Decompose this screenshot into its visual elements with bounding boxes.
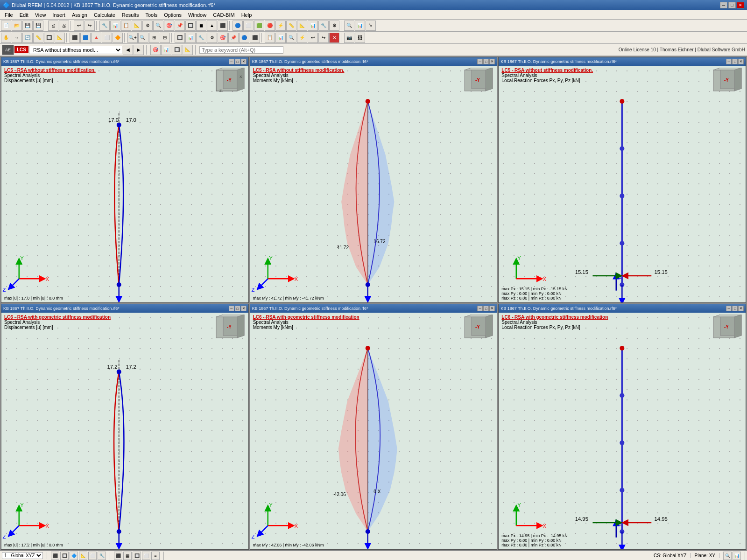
tb2-btn-15[interactable]: ⚙ bbox=[207, 33, 217, 43]
status-btn-9[interactable]: 🔲 bbox=[133, 552, 141, 560]
panel-4-maximize[interactable]: □ bbox=[235, 306, 240, 311]
menu-assign[interactable]: Assign bbox=[69, 11, 90, 19]
tb-btn-7[interactable]: 🎯 bbox=[164, 21, 174, 31]
panel-1-close[interactable]: ✕ bbox=[241, 59, 247, 64]
status-btn-8[interactable]: ▦ bbox=[123, 552, 132, 560]
menu-view[interactable]: View bbox=[32, 11, 49, 19]
menu-edit[interactable]: Edit bbox=[17, 11, 31, 19]
nav-next-button[interactable]: ▶ bbox=[134, 45, 144, 55]
menu-cad-bim[interactable]: CAD-BIM bbox=[210, 11, 237, 19]
tb2-btn-9[interactable]: 🔺 bbox=[91, 33, 101, 43]
tb2-btn-7[interactable]: ⬛ bbox=[70, 33, 80, 43]
tb2-btn-14[interactable]: 🔧 bbox=[196, 33, 206, 43]
tb-btn-5[interactable]: ⚙ bbox=[142, 21, 153, 31]
panel-2-maximize[interactable]: □ bbox=[483, 59, 489, 64]
tb2-btn-2[interactable]: ↔ bbox=[12, 33, 22, 43]
close-button[interactable]: ✕ bbox=[737, 2, 744, 8]
panel-6-close[interactable]: ✕ bbox=[738, 306, 744, 311]
tb2-btn-24[interactable]: ↩ bbox=[308, 33, 318, 43]
tb-btn-8[interactable]: 📌 bbox=[175, 21, 185, 31]
tb2-btn-19[interactable]: ⬛ bbox=[250, 33, 260, 43]
tb2-btn-11[interactable]: 🔶 bbox=[113, 33, 123, 43]
print2-button[interactable]: 🖨 bbox=[59, 21, 69, 31]
tb2-btn-21[interactable]: 📊 bbox=[275, 33, 286, 43]
status-btn-1[interactable]: ⬛ bbox=[51, 552, 59, 560]
menu-tools[interactable]: Tools bbox=[142, 11, 160, 19]
tb-btn-1[interactable]: 🔧 bbox=[99, 21, 110, 31]
status-btn-7[interactable]: ⬛ bbox=[114, 552, 122, 560]
menu-options[interactable]: Options bbox=[161, 11, 184, 19]
tb-btn-10[interactable]: ◼ bbox=[196, 21, 206, 31]
tb-btn-19[interactable]: 📐 bbox=[297, 21, 307, 31]
maximize-button[interactable]: □ bbox=[728, 2, 736, 8]
tb2-btn-27[interactable]: 📷 bbox=[344, 33, 354, 43]
zoom-all-button[interactable]: ⊞ bbox=[149, 33, 159, 43]
cs-selector[interactable]: 1 - Global XYZ bbox=[2, 552, 43, 559]
new-button[interactable]: 📄 bbox=[1, 21, 11, 31]
tb-btn-20[interactable]: 📊 bbox=[308, 21, 318, 31]
tb2-btn-5[interactable]: 🔲 bbox=[44, 33, 54, 43]
undo-button[interactable]: ↩ bbox=[74, 21, 84, 31]
results-btn-4[interactable]: 📐 bbox=[183, 45, 193, 55]
panel-2-minimize[interactable]: ─ bbox=[477, 59, 483, 64]
lc-selector[interactable]: RSA without stiffness modi... bbox=[29, 46, 122, 54]
tb-btn-11[interactable]: ▲ bbox=[207, 21, 217, 31]
tb2-btn-3[interactable]: 🔄 bbox=[22, 33, 33, 43]
zoom-select-button[interactable]: ⊟ bbox=[160, 33, 170, 43]
tb-btn-17[interactable]: ⚡ bbox=[275, 21, 286, 31]
tb2-btn-17[interactable]: 📌 bbox=[228, 33, 239, 43]
tb2-btn-18[interactable]: 🔵 bbox=[239, 33, 249, 43]
open-button[interactable]: 📂 bbox=[12, 21, 22, 31]
minimize-button[interactable]: ─ bbox=[720, 2, 727, 8]
nav-prev-button[interactable]: ◀ bbox=[123, 45, 133, 55]
status-btn-4[interactable]: 📐 bbox=[79, 552, 87, 560]
save-as-button[interactable]: 💾 bbox=[33, 21, 43, 31]
tb2-btn-16[interactable]: 🎯 bbox=[218, 33, 228, 43]
results-btn-2[interactable]: 📊 bbox=[161, 45, 171, 55]
tb2-btn-28[interactable]: 🖼 bbox=[355, 33, 365, 43]
tb-btn-21[interactable]: 🔧 bbox=[318, 21, 329, 31]
menu-calculate[interactable]: Calculate bbox=[91, 11, 118, 19]
tb2-btn-1[interactable]: ✋ bbox=[1, 33, 11, 43]
tb-btn-6[interactable]: 🔍 bbox=[153, 21, 163, 31]
tb2-btn-4[interactable]: 📏 bbox=[33, 33, 43, 43]
search-input[interactable] bbox=[199, 46, 283, 54]
panel-3-maximize[interactable]: □ bbox=[732, 59, 738, 64]
tb-btn-23[interactable]: 🔍 bbox=[344, 21, 354, 31]
panel-2-close[interactable]: ✕ bbox=[489, 59, 495, 64]
tb-btn-18[interactable]: 📏 bbox=[286, 21, 296, 31]
tb-btn-22[interactable]: ⚙ bbox=[329, 21, 339, 31]
tb-btn-16[interactable]: 🔴 bbox=[265, 21, 275, 31]
tb-btn-15[interactable]: 🟩 bbox=[254, 21, 264, 31]
panel-4-minimize[interactable]: ─ bbox=[229, 306, 234, 311]
status-btn-3[interactable]: 🔷 bbox=[70, 552, 78, 560]
menu-help[interactable]: Help bbox=[239, 11, 255, 19]
panel-1-maximize[interactable]: □ bbox=[235, 59, 240, 64]
tb2-btn-8[interactable]: 🟦 bbox=[80, 33, 91, 43]
panel-6-minimize[interactable]: ─ bbox=[726, 306, 732, 311]
tb2-btn-6[interactable]: 📐 bbox=[55, 33, 65, 43]
zoom-icon-2[interactable]: 📊 bbox=[733, 552, 741, 560]
tb2-btn-20[interactable]: 📋 bbox=[265, 33, 275, 43]
zoom-out-button[interactable]: 🔍- bbox=[138, 33, 148, 43]
tb2-btn-12[interactable]: 🔲 bbox=[175, 33, 185, 43]
status-btn-11[interactable]: ≡ bbox=[151, 552, 160, 560]
tb2-btn-13[interactable]: 📊 bbox=[185, 33, 196, 43]
results-btn-3[interactable]: 🔲 bbox=[172, 45, 182, 55]
tb2-btn-26[interactable]: ✕ bbox=[329, 33, 339, 43]
tb-btn-24[interactable]: 📊 bbox=[355, 21, 365, 31]
panel-4-close[interactable]: ✕ bbox=[241, 306, 247, 311]
panel-1-minimize[interactable]: ─ bbox=[229, 59, 234, 64]
status-btn-5[interactable]: ⬜ bbox=[88, 552, 97, 560]
panel-5-close[interactable]: ✕ bbox=[489, 306, 495, 311]
tb2-btn-10[interactable]: ⬜ bbox=[102, 33, 112, 43]
tb-btn-4[interactable]: 📐 bbox=[132, 21, 142, 31]
results-btn-1[interactable]: 🎯 bbox=[150, 45, 161, 55]
zoom-icon-1[interactable]: 🔍 bbox=[723, 552, 732, 560]
tb-btn-13[interactable]: 🔵 bbox=[233, 21, 243, 31]
tb2-btn-23[interactable]: ⚡ bbox=[297, 33, 307, 43]
status-btn-6[interactable]: 🔧 bbox=[98, 552, 106, 560]
panel-5-maximize[interactable]: □ bbox=[483, 306, 489, 311]
tb2-btn-25[interactable]: ↪ bbox=[318, 33, 329, 43]
status-btn-10[interactable]: ⬜ bbox=[142, 552, 150, 560]
